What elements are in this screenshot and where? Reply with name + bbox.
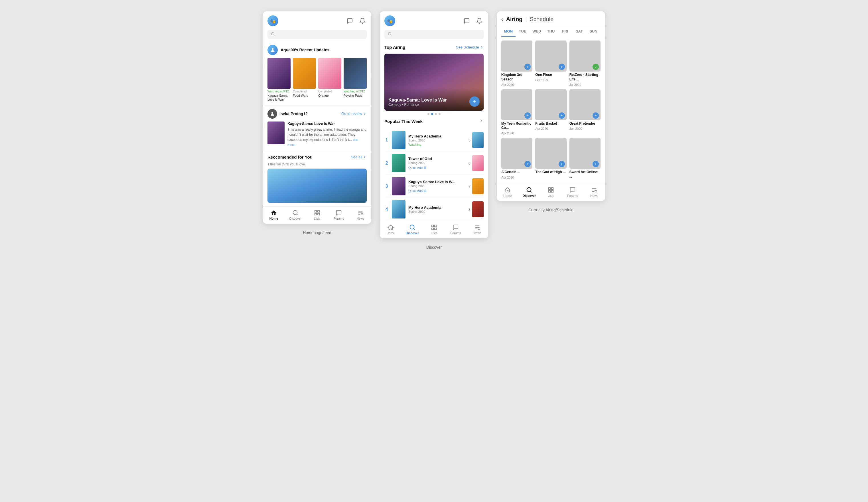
see-schedule-link[interactable]: See Schedule bbox=[456, 45, 484, 49]
recommended-header: Reccomended for You See all bbox=[268, 155, 367, 160]
sched-nav-discover-label: Discover bbox=[523, 194, 536, 197]
day-tab-tue[interactable]: TUE bbox=[516, 26, 530, 37]
svg-rect-7 bbox=[318, 210, 319, 212]
day-tab-fri[interactable]: FRI bbox=[558, 26, 572, 37]
messages-icon[interactable] bbox=[345, 17, 354, 25]
schedule-thumb-0: + bbox=[501, 41, 533, 72]
schedule-card-7: + The God of High ... bbox=[535, 138, 566, 180]
popular-info-0: My Hero Academia Spring 2020 Watching bbox=[408, 134, 466, 146]
nav-home[interactable]: Home bbox=[263, 209, 285, 220]
disc-nav-home[interactable]: Home bbox=[380, 224, 402, 235]
discover-search-bar[interactable] bbox=[384, 30, 484, 39]
popular-right-0: 5 bbox=[468, 132, 484, 148]
discover-messages-icon[interactable] bbox=[463, 17, 471, 25]
user-avatar[interactable]: 🎭 bbox=[268, 16, 278, 26]
add-btn-5[interactable]: + bbox=[592, 112, 599, 119]
popular-more-icon[interactable] bbox=[479, 119, 484, 124]
schedule-content: + Kingdom 3rd Season Apr 2020 + One Piec… bbox=[497, 37, 605, 184]
discover-notifications-icon[interactable] bbox=[475, 17, 484, 25]
see-more-link[interactable]: see more bbox=[287, 138, 358, 147]
disc-nav-forums[interactable]: Forums bbox=[445, 224, 466, 235]
popular-season-3: Spring 2020 bbox=[408, 210, 466, 213]
schedule-name-4: Fruits Basket bbox=[535, 122, 566, 126]
add-btn-8[interactable]: + bbox=[592, 161, 599, 167]
search-icon bbox=[271, 32, 275, 37]
back-arrow-icon[interactable]: ‹ bbox=[501, 16, 503, 22]
sched-nav-lists[interactable]: Lists bbox=[540, 187, 562, 197]
popular-name-1: Tower of God bbox=[408, 156, 466, 161]
schedule-date-6: Apr 2020 bbox=[501, 176, 533, 179]
notifications-icon[interactable] bbox=[358, 17, 367, 25]
popular-action-2[interactable]: Quick Add ⊕ bbox=[408, 188, 466, 193]
add-btn-1[interactable]: + bbox=[559, 64, 565, 70]
schedule-title: Airing bbox=[506, 16, 523, 22]
nav-news-label: News bbox=[356, 217, 364, 220]
schedule-name-5: Great Pretender bbox=[569, 122, 600, 126]
schedule-thumb-5: + bbox=[569, 89, 600, 120]
dot-0 bbox=[427, 113, 430, 115]
schedule-grid: + Kingdom 3rd Season Apr 2020 + One Piec… bbox=[497, 37, 605, 184]
add-btn-4[interactable]: + bbox=[559, 112, 565, 119]
search-bar[interactable] bbox=[268, 30, 367, 39]
popular-action-0[interactable]: Watching bbox=[408, 143, 466, 146]
nav-lists[interactable]: Lists bbox=[306, 209, 328, 220]
schedule-name-2: Re:Zero - Starting Life ... bbox=[569, 73, 600, 82]
reviewer-avatar bbox=[268, 109, 277, 119]
schedule-date-4: Apr 2020 bbox=[535, 127, 566, 130]
popular-action-1[interactable]: Quick Add ⊕ bbox=[408, 165, 466, 170]
discover-header: 🎭 bbox=[380, 11, 488, 29]
screen2-label: Discover bbox=[426, 245, 442, 249]
schedule-name-1: One Piece bbox=[535, 73, 566, 77]
discover-user-avatar[interactable]: 🎭 bbox=[384, 16, 395, 26]
top-airing-title: Top Airing bbox=[384, 45, 405, 50]
day-tab-sat[interactable]: SAT bbox=[572, 26, 587, 37]
dot-1[interactable] bbox=[431, 113, 433, 115]
day-tab-mon[interactable]: MON bbox=[501, 26, 516, 37]
sched-nav-news[interactable]: News bbox=[583, 187, 605, 197]
svg-point-3 bbox=[271, 112, 273, 114]
disc-nav-news[interactable]: News bbox=[466, 224, 488, 235]
nav-discover[interactable]: Discover bbox=[285, 209, 306, 220]
day-tab-thu[interactable]: THU bbox=[544, 26, 558, 37]
homepage-content: Aqua00's Recent Updates Watching at 9/12… bbox=[263, 42, 371, 206]
disc-nav-home-label: Home bbox=[386, 231, 395, 235]
reviewer-info: IsekaiProtag12 bbox=[268, 109, 308, 119]
rec-banner bbox=[268, 168, 367, 203]
review-section: IsekaiProtag12 Go to review Kaguya-Sama:… bbox=[263, 105, 371, 151]
svg-rect-22 bbox=[549, 187, 550, 189]
anime-card-1: Completed Food Wars bbox=[293, 58, 316, 102]
hero-banner: Kaguya-Sama: Love is War Comedy • Romanc… bbox=[384, 54, 484, 111]
header-icons bbox=[345, 17, 367, 25]
add-btn-3[interactable]: + bbox=[524, 112, 531, 119]
go-to-review-link[interactable]: Go to review bbox=[341, 112, 367, 116]
nav-news[interactable]: News bbox=[350, 209, 371, 220]
disc-nav-lists[interactable]: Lists bbox=[423, 224, 445, 235]
hero-add-button[interactable]: + bbox=[469, 96, 479, 107]
sched-nav-news-label: News bbox=[590, 194, 598, 197]
day-tab-sun[interactable]: SUN bbox=[586, 26, 600, 37]
discover-search-icon bbox=[388, 32, 392, 37]
dot-2 bbox=[435, 113, 437, 115]
popular-num-3: 8 bbox=[468, 207, 471, 212]
sched-nav-home[interactable]: Home bbox=[497, 187, 518, 197]
check-btn-2[interactable]: ✓ bbox=[592, 64, 599, 70]
nav-lists-label: Lists bbox=[314, 217, 321, 220]
svg-point-20 bbox=[527, 187, 531, 192]
popular-thumb-1 bbox=[392, 154, 405, 172]
add-btn-7[interactable]: + bbox=[559, 161, 565, 167]
anime-title-0: Kaguya-Sama: Love is War bbox=[268, 94, 291, 102]
day-tab-wed[interactable]: WED bbox=[529, 26, 544, 37]
nav-discover-label: Discover bbox=[289, 217, 302, 220]
add-btn-6[interactable]: + bbox=[524, 161, 531, 167]
hero-dots bbox=[380, 113, 488, 115]
sched-nav-forums[interactable]: Forums bbox=[562, 187, 583, 197]
sched-nav-discover[interactable]: Discover bbox=[518, 187, 540, 197]
rank-1: 2 bbox=[384, 161, 389, 166]
anime-title-2: Orange bbox=[318, 94, 341, 98]
anime-status-0: Watching at 9/12 bbox=[268, 90, 291, 93]
see-all-link[interactable]: See all bbox=[351, 155, 367, 159]
nav-forums[interactable]: Forums bbox=[328, 209, 350, 220]
disc-nav-discover[interactable]: Discover bbox=[402, 224, 423, 235]
add-btn-0[interactable]: + bbox=[524, 64, 531, 70]
popular-season-1: Spring 2020 bbox=[408, 161, 466, 165]
